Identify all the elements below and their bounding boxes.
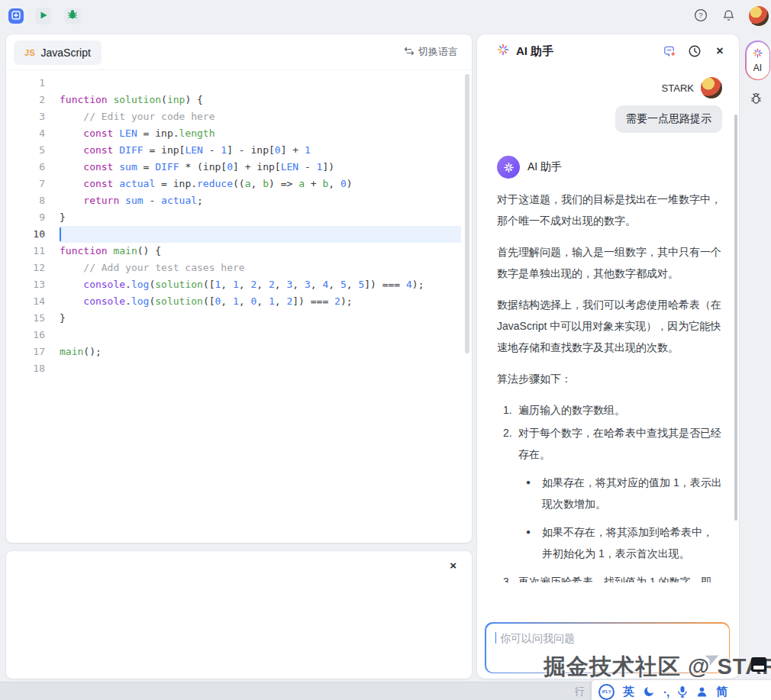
code-line[interactable]: 10 [6, 226, 472, 243]
text-cursor [495, 632, 496, 644]
switch-language-button[interactable]: 切换语言 [404, 45, 458, 59]
code-line[interactable]: 7 const actual = inp.reduce((a, b) => a … [6, 176, 472, 192]
line-number[interactable]: 18 [6, 360, 45, 377]
ai-avatar [497, 156, 520, 179]
ai-paragraph: 对于这道题，我们的目标是找出在一堆数字中，那个唯一不成对出现的数字。 [497, 189, 722, 231]
status-line-label: 行 [575, 685, 585, 698]
code-line[interactable]: 4 const LEN = inp.length [6, 125, 472, 142]
help-button[interactable]: ? [693, 9, 708, 24]
user-icon[interactable] [696, 686, 708, 698]
code-line[interactable]: 18 [6, 360, 472, 377]
code-line[interactable]: 9} [6, 209, 472, 226]
chat-area: STARK 需要一点思路提示 AI 助手 对于这道题，我们的目标是找出在一堆数字… [477, 68, 734, 582]
code-content: return sum - actual; [60, 192, 461, 209]
simplified-chinese-icon[interactable]: 简 [716, 685, 727, 699]
line-number[interactable]: 5 [6, 142, 45, 159]
line-number[interactable]: 12 [6, 260, 45, 276]
user-message-avatar[interactable] [701, 77, 722, 98]
chat-input-placeholder: 你可以问我问题 [500, 632, 575, 644]
question-icon: ? [694, 8, 708, 25]
line-number[interactable]: 3 [6, 108, 45, 125]
punctuation-icon[interactable]: ·, [663, 685, 669, 698]
code-line[interactable]: 8 return sum - actual; [6, 192, 472, 209]
line-number[interactable]: 10 [6, 226, 45, 243]
code-line[interactable]: 17main(); [6, 344, 472, 360]
history-icon[interactable] [688, 44, 702, 58]
debug-button[interactable] [64, 8, 81, 24]
editor-vertical-scrollbar[interactable] [465, 74, 469, 353]
english-mode-icon[interactable]: 英 [623, 685, 634, 699]
list-sub-item: ●如果存在，将其对应的值加 1，表示出现次数增加。 [497, 472, 722, 515]
code-line[interactable]: 15} [6, 310, 472, 327]
line-number[interactable]: 14 [6, 293, 45, 310]
screen-capture-icon[interactable] [751, 657, 766, 672]
line-number[interactable]: 4 [6, 125, 45, 142]
code-line[interactable]: 5 const DIFF = inp[LEN - 1] - inp[0] + 1 [6, 142, 472, 159]
user-avatar[interactable] [749, 6, 769, 26]
notifications-button[interactable] [721, 9, 736, 24]
line-number[interactable]: 9 [6, 209, 45, 226]
ifly-logo-icon[interactable]: iFLY [598, 684, 615, 700]
line-number[interactable]: 13 [6, 276, 45, 293]
code-content: const LEN = inp.length [60, 125, 461, 142]
line-number[interactable]: 2 [6, 92, 45, 108]
microphone-icon[interactable] [677, 685, 688, 698]
code-line[interactable]: 14 console.log(solution([0, 1, 0, 1, 2])… [6, 293, 472, 310]
code-line[interactable]: 12 // Add your test cases here [6, 260, 472, 276]
svg-text:?: ? [698, 11, 702, 19]
ai-blocks: 对于这道题，我们的目标是找出在一堆数字中，那个唯一不成对出现的数字。首先理解问题… [497, 189, 722, 582]
code-content: function solution(inp) { [60, 92, 461, 108]
line-number[interactable]: 8 [6, 192, 45, 209]
play-icon [39, 9, 48, 23]
sparkle-icon [497, 44, 509, 59]
code-line[interactable]: 1 [6, 75, 472, 92]
editor-tab-bar: JS JavaScript 切换语言 [6, 34, 472, 70]
code-content: // Add your test cases here [60, 260, 461, 276]
code-content [60, 360, 461, 377]
text-cursor [60, 227, 61, 241]
debug-rail-button[interactable] [749, 92, 763, 109]
line-number[interactable]: 7 [6, 176, 45, 192]
code-line[interactable]: 6 const sum = DIFF * (inp[0] + inp[LEN -… [6, 159, 472, 176]
ai-panel-header: AI 助手 × [477, 34, 739, 68]
console-close-button[interactable]: × [450, 559, 456, 572]
new-file-button[interactable] [8, 8, 24, 24]
line-number[interactable]: 1 [6, 75, 45, 92]
ai-assistant-panel: AI 助手 × STARK 需要一点思路提示 [477, 34, 739, 679]
new-chat-icon[interactable] [663, 44, 676, 58]
bug-icon [67, 9, 78, 23]
ai-ordered-list: 1.遍历输入的数字数组。2.对于每个数字，在哈希表中查找其是否已经存在。●如果存… [497, 399, 722, 582]
code-content: console.log(solution([0, 1, 0, 1, 2]) ==… [60, 293, 461, 310]
code-line[interactable]: 11function main() { [6, 243, 472, 260]
code-content: } [60, 209, 461, 226]
list-item: 3.再次遍历哈希表，找到值为 1 的数字，即为单独出现的数字。 [497, 571, 722, 582]
code-line[interactable]: 2function solution(inp) { [6, 92, 472, 108]
code-line[interactable]: 16 [6, 327, 472, 344]
user-name: STARK [662, 82, 694, 94]
line-number[interactable]: 11 [6, 243, 45, 260]
grid-menu-icon[interactable] [736, 685, 750, 698]
dark-mode-moon-icon[interactable] [643, 685, 655, 698]
code-content: const sum = DIFF * (inp[0] + inp[LEN - 1… [60, 159, 461, 176]
code-content [60, 226, 461, 243]
run-button[interactable] [35, 8, 52, 24]
ai-panel-title: AI 助手 [516, 44, 553, 59]
ai-assistant-rail-button[interactable]: AI [745, 40, 770, 80]
line-number[interactable]: 16 [6, 327, 45, 344]
close-panel-icon[interactable]: × [713, 44, 727, 58]
switch-language-label: 切换语言 [418, 45, 458, 59]
code-content: main(); [60, 344, 461, 360]
line-number[interactable]: 6 [6, 159, 45, 176]
ai-paragraph: 首先理解问题，输入是一组数字，其中只有一个数字是单独出现的，其他数字都成对。 [497, 241, 722, 284]
code-line[interactable]: 13 console.log(solution([1, 1, 2, 2, 3, … [6, 276, 472, 293]
tab-javascript[interactable]: JS JavaScript [14, 40, 102, 65]
code-content [60, 75, 461, 92]
tab-label: JavaScript [40, 47, 90, 59]
line-number[interactable]: 17 [6, 344, 45, 360]
code-content [60, 327, 461, 344]
line-number[interactable]: 15 [6, 310, 45, 327]
code-content: const DIFF = inp[LEN - 1] - inp[0] + 1 [60, 142, 461, 159]
code-line[interactable]: 3 // Edit your code here [6, 108, 472, 125]
ai-name: AI 助手 [527, 160, 562, 174]
chat-scrollbar[interactable] [734, 115, 737, 521]
